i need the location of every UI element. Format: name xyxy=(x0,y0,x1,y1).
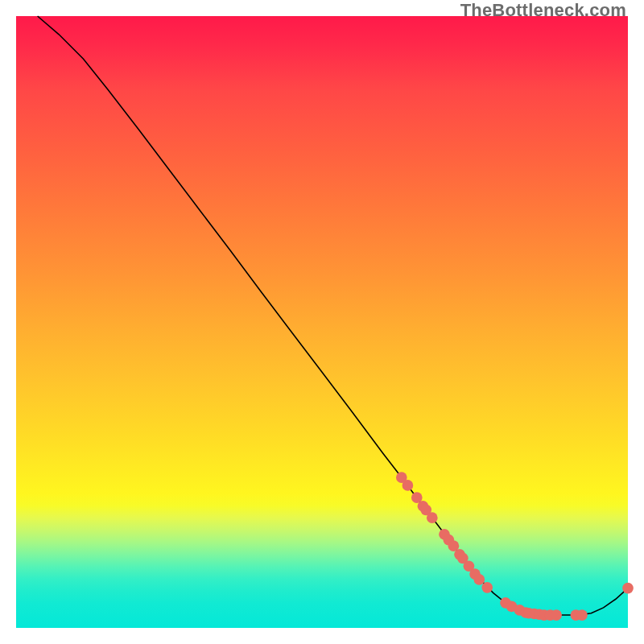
chart-container: TheBottleneck.com xyxy=(0,0,644,644)
data-point xyxy=(481,582,493,593)
data-point xyxy=(622,583,634,594)
data-points xyxy=(396,472,634,621)
data-point xyxy=(551,609,562,621)
curve-line xyxy=(38,16,628,615)
data-point xyxy=(576,609,588,621)
data-point xyxy=(402,480,414,491)
data-point xyxy=(427,512,438,523)
data-point xyxy=(473,574,485,585)
chart-svg xyxy=(16,16,628,628)
